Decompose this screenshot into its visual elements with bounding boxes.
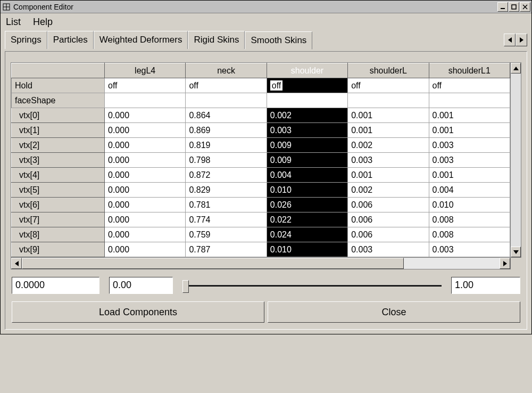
max-input[interactable]: 1.00	[451, 277, 520, 294]
grid-cell[interactable]: 0.819	[186, 138, 267, 153]
grid-cell[interactable]: 0.006	[348, 212, 429, 227]
grid-cell[interactable]: 0.003	[267, 123, 347, 138]
grid-cell[interactable]: 0.001	[429, 123, 510, 138]
scroll-left-button[interactable]	[11, 258, 22, 269]
grid-cell[interactable]: 0.000	[105, 153, 186, 168]
close-panel-button[interactable]: Close	[268, 301, 520, 323]
grid-cell[interactable]: 0.002	[267, 108, 347, 123]
grid-cell[interactable]: 0.864	[186, 108, 267, 123]
grid-cell[interactable]: 0.001	[429, 108, 510, 123]
grid-cell[interactable]: 0.003	[429, 138, 510, 153]
grid-cell[interactable]: 0.003	[348, 153, 429, 168]
row-header[interactable]: vtx[4]	[12, 168, 105, 183]
grid-cell[interactable]: 0.000	[105, 198, 186, 212]
slider-thumb[interactable]	[182, 280, 189, 293]
grid-cell[interactable]: 0.000	[105, 123, 186, 138]
grid-cell[interactable]: 0.009	[267, 153, 347, 168]
grid-cell[interactable]: 0.000	[105, 227, 186, 242]
grid-cell[interactable]: 0.829	[186, 183, 267, 198]
grid-cell[interactable]: off	[186, 78, 267, 93]
tab-scroll-left-button[interactable]	[504, 34, 516, 46]
grid-cell[interactable]: off	[348, 78, 429, 93]
grid-cell[interactable]: 0.008	[429, 212, 510, 227]
grid-cell[interactable]	[186, 93, 267, 108]
grid-cell[interactable]: 0.024	[267, 227, 347, 242]
value-slider[interactable]	[182, 285, 442, 286]
grid-cell[interactable]: 0.008	[429, 227, 510, 242]
grid-cell[interactable]	[267, 93, 347, 108]
column-header[interactable]: shoulderL1	[429, 63, 510, 78]
tab-weighted-deformers[interactable]: Weighted Deformers	[94, 31, 188, 49]
grid-cell[interactable]	[429, 93, 510, 108]
row-header[interactable]: Hold	[12, 78, 105, 93]
load-components-button[interactable]: Load Components	[12, 301, 264, 323]
tab-smooth-skins[interactable]: Smooth Skins	[245, 31, 312, 50]
grid-cell[interactable]: 0.004	[267, 168, 347, 183]
tab-scroll-right-button[interactable]	[516, 34, 527, 46]
grid-cell[interactable]: 0.798	[186, 153, 267, 168]
grid-cell[interactable]: 0.003	[348, 242, 429, 257]
minimize-button[interactable]	[497, 2, 508, 12]
grid-cell[interactable]: 0.022	[267, 212, 347, 227]
grid-cell[interactable]: 0.781	[186, 198, 267, 212]
row-header[interactable]: vtx[1]	[12, 123, 105, 138]
tab-springs[interactable]: Springs	[5, 31, 47, 49]
column-header[interactable]: shoulderL	[348, 63, 429, 78]
row-header[interactable]: vtx[9]	[12, 242, 105, 257]
grid-cell[interactable]: 0.006	[348, 198, 429, 212]
grid-cell[interactable]: 0.001	[348, 168, 429, 183]
grid-cell[interactable]: 0.774	[186, 212, 267, 227]
hscroll-thumb[interactable]	[22, 258, 404, 269]
component-grid[interactable]: legL4neckshouldershoulderLshoulderL1Hold…	[11, 63, 510, 257]
grid-cell[interactable]: 0.010	[267, 183, 347, 198]
vscroll-track[interactable]	[511, 73, 521, 247]
grid-cell[interactable]: 0.872	[186, 168, 267, 183]
column-header[interactable]: shoulder	[267, 63, 347, 78]
row-header[interactable]: vtx[7]	[12, 212, 105, 227]
grid-cell[interactable]: 0.787	[186, 242, 267, 257]
grid-cell[interactable]: 0.000	[105, 108, 186, 123]
column-header[interactable]: neck	[186, 63, 267, 78]
scroll-up-button[interactable]	[511, 63, 521, 73]
grid-cell[interactable]: 0.001	[429, 168, 510, 183]
grid-cell[interactable]: 0.004	[429, 183, 510, 198]
grid-cell[interactable]: 0.010	[267, 242, 347, 257]
scroll-down-button[interactable]	[511, 247, 521, 257]
grid-cell[interactable]: 0.003	[429, 242, 510, 257]
grid-cell[interactable]	[348, 93, 429, 108]
vertical-scrollbar[interactable]	[511, 62, 521, 258]
horizontal-scrollbar[interactable]	[11, 258, 511, 269]
value-input[interactable]: 0.0000	[12, 277, 99, 294]
row-header[interactable]: vtx[3]	[12, 153, 105, 168]
grid-cell[interactable]: 0.026	[267, 198, 347, 212]
grid-cell[interactable]: off	[267, 78, 347, 93]
menu-help[interactable]: Help	[33, 17, 53, 27]
close-button[interactable]	[520, 2, 530, 12]
row-header[interactable]: vtx[6]	[12, 198, 105, 212]
row-header[interactable]: vtx[0]	[12, 108, 105, 123]
grid-cell[interactable]: 0.010	[429, 198, 510, 212]
row-header[interactable]: vtx[8]	[12, 227, 105, 242]
grid-cell[interactable]: 0.869	[186, 123, 267, 138]
hscroll-track[interactable]	[22, 258, 500, 269]
grid-cell[interactable]: 0.000	[105, 168, 186, 183]
row-header[interactable]: vtx[5]	[12, 183, 105, 198]
tab-rigid-skins[interactable]: Rigid Skins	[188, 31, 245, 49]
grid-cell[interactable]	[105, 93, 186, 108]
grid-cell[interactable]: 0.001	[348, 108, 429, 123]
grid-cell[interactable]: 0.003	[429, 153, 510, 168]
grid-cell[interactable]: 0.001	[348, 123, 429, 138]
grid-cell[interactable]: off	[429, 78, 510, 93]
min-input[interactable]: 0.00	[109, 277, 173, 294]
scroll-right-button[interactable]	[500, 258, 510, 269]
grid-cell[interactable]: 0.009	[267, 138, 347, 153]
grid-cell[interactable]: 0.002	[348, 183, 429, 198]
grid-cell[interactable]: 0.000	[105, 183, 186, 198]
grid-cell[interactable]: 0.000	[105, 212, 186, 227]
grid-cell[interactable]: 0.002	[348, 138, 429, 153]
tab-particles[interactable]: Particles	[47, 31, 94, 49]
grid-cell[interactable]: 0.759	[186, 227, 267, 242]
grid-cell[interactable]: off	[105, 78, 186, 93]
grid-cell[interactable]: 0.000	[105, 138, 186, 153]
column-header[interactable]: legL4	[105, 63, 186, 78]
